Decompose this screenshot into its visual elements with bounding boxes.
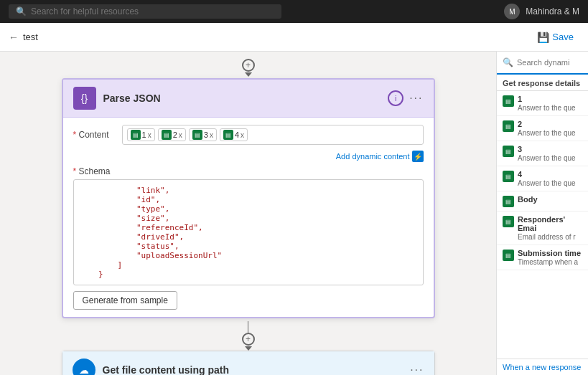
content-field-row: Content ▤ 1 x ▤ 2 x ▤ bbox=[73, 125, 424, 145]
panel-item-1[interactable]: ▤ 1 Answer to the que bbox=[497, 91, 588, 116]
plus-icon-bottom: + bbox=[246, 334, 251, 344]
file-card-icon: ☁ bbox=[73, 359, 95, 375]
panel-item-2[interactable]: ▤ 2 Answer to the que bbox=[497, 116, 588, 141]
panel-item-1-num: 1 bbox=[518, 95, 582, 103]
token-4: ▤ 4 x bbox=[220, 128, 248, 141]
panel-item-body-content: Body bbox=[518, 195, 582, 204]
token-2-remove[interactable]: x bbox=[179, 131, 182, 139]
parse-json-card: {} Parse JSON i ··· Content ▤ 1 x bbox=[62, 78, 435, 318]
token-1-num: 1 bbox=[142, 130, 146, 139]
search-input[interactable] bbox=[31, 6, 274, 16]
card-body: Content ▤ 1 x ▤ 2 x ▤ bbox=[63, 118, 434, 317]
token-3-num: 3 bbox=[204, 130, 208, 139]
panel-item-4-num: 4 bbox=[518, 170, 582, 179]
add-step-button-bottom[interactable]: + bbox=[242, 333, 255, 346]
panel-item-1-desc: Answer to the que bbox=[518, 104, 582, 112]
panel-item-submission-desc: Timestamp when a bbox=[518, 258, 582, 266]
search-icon: 🔍 bbox=[16, 6, 27, 16]
card-header: {} Parse JSON i ··· bbox=[63, 80, 434, 118]
back-button[interactable]: ← bbox=[9, 32, 19, 43]
avatar: M bbox=[504, 4, 520, 19]
save-label: Save bbox=[552, 32, 574, 42]
add-dynamic-icon: ⚡ bbox=[412, 151, 424, 162]
content-token-row[interactable]: ▤ 1 x ▤ 2 x ▤ 3 x bbox=[122, 125, 424, 145]
panel-item-4-icon: ▤ bbox=[503, 171, 514, 182]
file-card-more-button[interactable]: ··· bbox=[410, 364, 424, 375]
token-2: ▤ 2 x bbox=[158, 128, 186, 141]
panel-item-email-label: Responders' Emai bbox=[518, 215, 582, 232]
panel-item-4-content: 4 Answer to the que bbox=[518, 170, 582, 187]
token-2-icon: ▤ bbox=[162, 130, 172, 140]
panel-item-3-desc: Answer to the que bbox=[518, 154, 582, 162]
panel-item-submission-content: Submission time Timestamp when a bbox=[518, 249, 582, 266]
connector-arrow-bottom bbox=[245, 346, 252, 351]
top-connector: + bbox=[14, 59, 482, 77]
panel-item-1-content: 1 Answer to the que bbox=[518, 95, 582, 112]
panel-item-2-num: 2 bbox=[518, 120, 582, 128]
panel-section-title: Get response details bbox=[497, 75, 588, 91]
info-button[interactable]: i bbox=[388, 90, 403, 106]
panel-item-body[interactable]: ▤ Body bbox=[497, 191, 588, 212]
card-icon: {} bbox=[73, 87, 96, 110]
right-panel: 🔍 Get response details ▤ 1 Answer to the… bbox=[496, 52, 588, 375]
panel-item-3[interactable]: ▤ 3 Answer to the que bbox=[497, 141, 588, 166]
panel-item-email-desc: Email address of r bbox=[518, 233, 582, 241]
panel-item-2-desc: Answer to the que bbox=[518, 129, 582, 137]
save-icon: 💾 bbox=[537, 32, 549, 43]
panel-item-submission-label: Submission time bbox=[518, 249, 582, 257]
panel-item-3-num: 3 bbox=[518, 145, 582, 153]
panel-footer-link[interactable]: When a new response bbox=[497, 359, 588, 375]
panel-search-bar: 🔍 bbox=[497, 52, 588, 75]
page-title: test bbox=[23, 32, 38, 42]
save-button[interactable]: 💾 Save bbox=[531, 29, 579, 46]
schema-editor[interactable]: "link", "id", "type", "size", "reference… bbox=[73, 179, 424, 285]
token-1-remove[interactable]: x bbox=[148, 131, 151, 139]
main-content: + {} Parse JSON i ··· Content bbox=[0, 52, 588, 375]
token-4-remove[interactable]: x bbox=[241, 131, 244, 139]
panel-item-3-icon: ▤ bbox=[503, 146, 514, 157]
connector-arrow bbox=[245, 72, 252, 77]
token-2-num: 2 bbox=[173, 130, 177, 139]
content-label: Content bbox=[73, 130, 116, 140]
panel-item-4-desc: Answer to the que bbox=[518, 179, 582, 187]
file-card-title: Get file content using path bbox=[103, 364, 403, 375]
panel-search-icon: 🔍 bbox=[503, 57, 513, 67]
schema-label: Schema bbox=[73, 166, 424, 176]
panel-item-email-icon: ▤ bbox=[503, 216, 514, 227]
panel-item-4[interactable]: ▤ 4 Answer to the que bbox=[497, 166, 588, 191]
top-bar: 🔍 M Mahindra & M bbox=[0, 0, 588, 23]
bottom-connector: + bbox=[14, 321, 482, 351]
plus-icon: + bbox=[246, 60, 251, 70]
panel-item-body-icon: ▤ bbox=[503, 196, 514, 207]
panel-item-1-icon: ▤ bbox=[503, 95, 514, 107]
card-title: Parse JSON bbox=[103, 92, 381, 104]
second-bar: ← test 💾 Save bbox=[0, 23, 588, 52]
token-3: ▤ 3 x bbox=[189, 128, 217, 141]
add-step-button[interactable]: + bbox=[242, 59, 255, 72]
panel-item-body-label: Body bbox=[518, 195, 582, 204]
user-area: M Mahindra & M bbox=[504, 4, 579, 19]
add-dynamic-content[interactable]: Add dynamic content ⚡ bbox=[73, 151, 424, 162]
token-4-num: 4 bbox=[235, 130, 239, 139]
panel-item-3-content: 3 Answer to the que bbox=[518, 145, 582, 162]
breadcrumb: ← test bbox=[9, 32, 38, 43]
file-card-header: ☁ Get file content using path ··· bbox=[62, 351, 434, 375]
panel-item-email-content: Responders' Emai Email address of r bbox=[518, 215, 582, 241]
token-1: ▤ 1 x bbox=[127, 128, 155, 141]
panel-item-submission[interactable]: ▤ Submission time Timestamp when a bbox=[497, 245, 588, 270]
generate-from-sample-button[interactable]: Generate from sample bbox=[73, 291, 177, 310]
token-1-icon: ▤ bbox=[131, 130, 141, 140]
get-file-card: ☁ Get file content using path ··· bbox=[62, 351, 435, 375]
more-options-button[interactable]: ··· bbox=[409, 92, 423, 105]
token-3-remove[interactable]: x bbox=[210, 131, 213, 139]
search-bar[interactable]: 🔍 bbox=[9, 4, 281, 19]
canvas-area: + {} Parse JSON i ··· Content bbox=[0, 52, 496, 375]
add-dynamic-label: Add dynamic content bbox=[336, 152, 410, 161]
token-3-icon: ▤ bbox=[192, 130, 202, 140]
panel-search-input[interactable] bbox=[517, 58, 582, 67]
panel-item-email[interactable]: ▤ Responders' Emai Email address of r bbox=[497, 212, 588, 245]
braces-icon: {} bbox=[81, 92, 88, 104]
panel-item-submission-icon: ▤ bbox=[503, 250, 514, 261]
panel-item-2-icon: ▤ bbox=[503, 120, 514, 132]
connector-line-bottom bbox=[248, 321, 248, 333]
